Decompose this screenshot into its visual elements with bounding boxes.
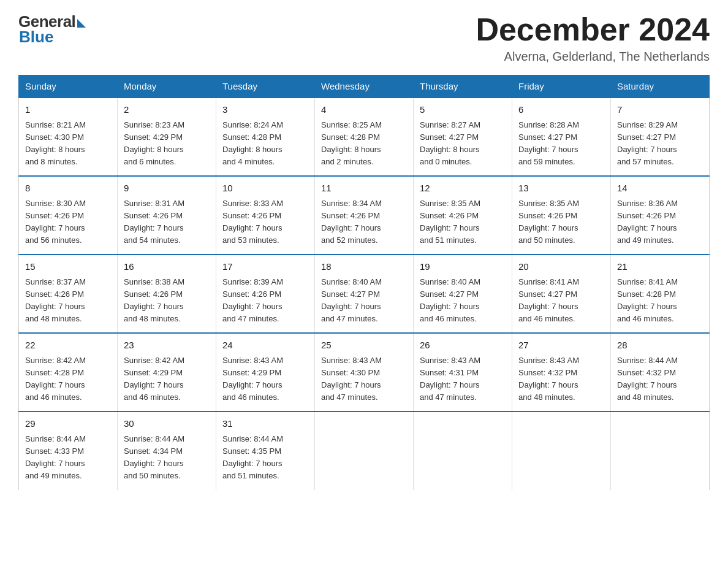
day-number: 3: [222, 103, 308, 117]
day-info: Sunrise: 8:29 AMSunset: 4:27 PMDaylight:…: [617, 120, 678, 166]
calendar-header: SundayMondayTuesdayWednesdayThursdayFrid…: [19, 75, 710, 98]
calendar-cell: [414, 412, 512, 489]
page-header: General Blue December 2024 Alverna, Geld…: [18, 12, 710, 64]
day-info: Sunrise: 8:39 AMSunset: 4:26 PMDaylight:…: [222, 277, 283, 323]
calendar-cell: 24Sunrise: 8:43 AMSunset: 4:29 PMDayligh…: [216, 333, 315, 412]
day-info: Sunrise: 8:28 AMSunset: 4:27 PMDaylight:…: [518, 120, 579, 166]
calendar-cell: 11Sunrise: 8:34 AMSunset: 4:26 PMDayligh…: [315, 176, 414, 255]
day-number: 24: [222, 339, 308, 353]
calendar-cell: 23Sunrise: 8:42 AMSunset: 4:29 PMDayligh…: [118, 333, 216, 412]
calendar-cell: 21Sunrise: 8:41 AMSunset: 4:28 PMDayligh…: [611, 255, 710, 333]
day-number: 2: [124, 103, 210, 117]
calendar-cell: 13Sunrise: 8:35 AMSunset: 4:26 PMDayligh…: [512, 176, 611, 255]
day-number: 20: [518, 260, 604, 274]
calendar-cell: 18Sunrise: 8:40 AMSunset: 4:27 PMDayligh…: [315, 255, 414, 333]
logo-triangle-icon: [77, 19, 86, 28]
day-info: Sunrise: 8:23 AMSunset: 4:29 PMDaylight:…: [124, 120, 184, 166]
calendar-cell: 17Sunrise: 8:39 AMSunset: 4:26 PMDayligh…: [216, 255, 315, 333]
calendar-cell: 10Sunrise: 8:33 AMSunset: 4:26 PMDayligh…: [216, 176, 315, 255]
day-number: 21: [617, 260, 703, 274]
day-info: Sunrise: 8:33 AMSunset: 4:26 PMDaylight:…: [222, 199, 283, 245]
weekday-header-saturday: Saturday: [611, 75, 710, 98]
day-number: 17: [222, 260, 308, 274]
day-number: 8: [25, 182, 111, 196]
calendar-cell: 4Sunrise: 8:25 AMSunset: 4:28 PMDaylight…: [315, 98, 414, 176]
logo-blue-text: Blue: [19, 28, 53, 47]
calendar-cell: [512, 412, 611, 489]
calendar-cell: 20Sunrise: 8:41 AMSunset: 4:27 PMDayligh…: [512, 255, 611, 333]
day-info: Sunrise: 8:24 AMSunset: 4:28 PMDaylight:…: [222, 120, 283, 166]
day-number: 5: [420, 103, 506, 117]
calendar-cell: 27Sunrise: 8:43 AMSunset: 4:32 PMDayligh…: [512, 333, 611, 412]
day-number: 4: [321, 103, 407, 117]
month-title: December 2024: [476, 12, 710, 47]
calendar-cell: 1Sunrise: 8:21 AMSunset: 4:30 PMDaylight…: [19, 98, 118, 176]
day-number: 6: [518, 103, 604, 117]
weekday-header-thursday: Thursday: [414, 75, 512, 98]
calendar-cell: 3Sunrise: 8:24 AMSunset: 4:28 PMDaylight…: [216, 98, 315, 176]
day-number: 11: [321, 182, 407, 196]
calendar-cell: [315, 412, 414, 489]
calendar-cell: 26Sunrise: 8:43 AMSunset: 4:31 PMDayligh…: [414, 333, 512, 412]
day-info: Sunrise: 8:31 AMSunset: 4:26 PMDaylight:…: [124, 199, 184, 245]
day-info: Sunrise: 8:41 AMSunset: 4:27 PMDaylight:…: [518, 277, 579, 323]
day-info: Sunrise: 8:21 AMSunset: 4:30 PMDaylight:…: [25, 120, 86, 166]
day-number: 7: [617, 103, 703, 117]
day-info: Sunrise: 8:44 AMSunset: 4:34 PMDaylight:…: [124, 434, 184, 480]
day-number: 25: [321, 339, 407, 353]
day-number: 18: [321, 260, 407, 274]
title-block: December 2024 Alverna, Gelderland, The N…: [476, 12, 710, 64]
calendar-cell: 28Sunrise: 8:44 AMSunset: 4:32 PMDayligh…: [611, 333, 710, 412]
day-info: Sunrise: 8:43 AMSunset: 4:29 PMDaylight:…: [222, 356, 283, 402]
day-number: 19: [420, 260, 506, 274]
weekday-header-row: SundayMondayTuesdayWednesdayThursdayFrid…: [19, 75, 710, 98]
day-info: Sunrise: 8:37 AMSunset: 4:26 PMDaylight:…: [25, 277, 86, 323]
day-info: Sunrise: 8:35 AMSunset: 4:26 PMDaylight:…: [420, 199, 480, 245]
calendar-cell: 12Sunrise: 8:35 AMSunset: 4:26 PMDayligh…: [414, 176, 512, 255]
calendar-cell: 19Sunrise: 8:40 AMSunset: 4:27 PMDayligh…: [414, 255, 512, 333]
calendar-cell: 22Sunrise: 8:42 AMSunset: 4:28 PMDayligh…: [19, 333, 118, 412]
day-number: 28: [617, 339, 703, 353]
day-number: 30: [124, 417, 210, 431]
day-info: Sunrise: 8:43 AMSunset: 4:30 PMDaylight:…: [321, 356, 382, 402]
calendar-body: 1Sunrise: 8:21 AMSunset: 4:30 PMDaylight…: [19, 98, 710, 489]
calendar-cell: 6Sunrise: 8:28 AMSunset: 4:27 PMDaylight…: [512, 98, 611, 176]
week-row-1: 1Sunrise: 8:21 AMSunset: 4:30 PMDaylight…: [19, 98, 710, 176]
calendar-cell: 15Sunrise: 8:37 AMSunset: 4:26 PMDayligh…: [19, 255, 118, 333]
day-info: Sunrise: 8:41 AMSunset: 4:28 PMDaylight:…: [617, 277, 678, 323]
day-info: Sunrise: 8:35 AMSunset: 4:26 PMDaylight:…: [518, 199, 579, 245]
calendar-cell: 16Sunrise: 8:38 AMSunset: 4:26 PMDayligh…: [118, 255, 216, 333]
calendar-cell: 14Sunrise: 8:36 AMSunset: 4:26 PMDayligh…: [611, 176, 710, 255]
weekday-header-monday: Monday: [118, 75, 216, 98]
calendar-cell: 8Sunrise: 8:30 AMSunset: 4:26 PMDaylight…: [19, 176, 118, 255]
day-info: Sunrise: 8:36 AMSunset: 4:26 PMDaylight:…: [617, 199, 678, 245]
calendar-cell: 5Sunrise: 8:27 AMSunset: 4:27 PMDaylight…: [414, 98, 512, 176]
day-info: Sunrise: 8:38 AMSunset: 4:26 PMDaylight:…: [124, 277, 184, 323]
day-info: Sunrise: 8:34 AMSunset: 4:26 PMDaylight:…: [321, 199, 382, 245]
day-number: 15: [25, 260, 111, 274]
weekday-header-sunday: Sunday: [19, 75, 118, 98]
day-number: 23: [124, 339, 210, 353]
day-info: Sunrise: 8:44 AMSunset: 4:32 PMDaylight:…: [617, 356, 678, 402]
day-number: 16: [124, 260, 210, 274]
calendar-cell: 25Sunrise: 8:43 AMSunset: 4:30 PMDayligh…: [315, 333, 414, 412]
week-row-5: 29Sunrise: 8:44 AMSunset: 4:33 PMDayligh…: [19, 412, 710, 489]
calendar-cell: 30Sunrise: 8:44 AMSunset: 4:34 PMDayligh…: [118, 412, 216, 489]
week-row-2: 8Sunrise: 8:30 AMSunset: 4:26 PMDaylight…: [19, 176, 710, 255]
day-number: 29: [25, 417, 111, 431]
weekday-header-tuesday: Tuesday: [216, 75, 315, 98]
day-number: 26: [420, 339, 506, 353]
calendar-cell: [611, 412, 710, 489]
day-info: Sunrise: 8:27 AMSunset: 4:27 PMDaylight:…: [420, 120, 480, 166]
day-number: 22: [25, 339, 111, 353]
day-info: Sunrise: 8:40 AMSunset: 4:27 PMDaylight:…: [321, 277, 382, 323]
location-subtitle: Alverna, Gelderland, The Netherlands: [476, 50, 710, 64]
day-info: Sunrise: 8:25 AMSunset: 4:28 PMDaylight:…: [321, 120, 382, 166]
week-row-4: 22Sunrise: 8:42 AMSunset: 4:28 PMDayligh…: [19, 333, 710, 412]
weekday-header-friday: Friday: [512, 75, 611, 98]
day-info: Sunrise: 8:42 AMSunset: 4:29 PMDaylight:…: [124, 356, 184, 402]
day-number: 13: [518, 182, 604, 196]
week-row-3: 15Sunrise: 8:37 AMSunset: 4:26 PMDayligh…: [19, 255, 710, 333]
day-number: 27: [518, 339, 604, 353]
day-info: Sunrise: 8:44 AMSunset: 4:35 PMDaylight:…: [222, 434, 283, 480]
